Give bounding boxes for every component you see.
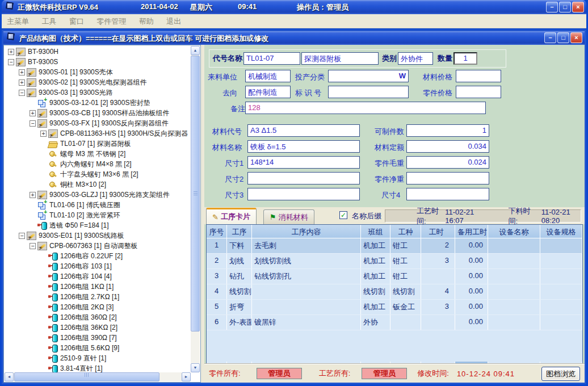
part-owner-field[interactable]: 管理员 [257,368,302,379]
mat-price-field[interactable] [456,70,501,82]
tree-item[interactable]: −9300S-E01 [1] 9300S线路板 [5,230,191,241]
tree-item[interactable]: −9300S-03 [1] 9300S光路 [5,87,191,98]
tree-item[interactable]: TL01-06 [1] 傅氏镜压圈 [5,200,191,210]
close-button[interactable]: × [572,2,584,12]
mat-quota-field[interactable]: 0.034 [406,140,489,153]
mat-code-field[interactable]: A3 Δ1.5 [247,124,360,137]
table-row[interactable]: 6外-表面镀黑锌外协0.00 [207,315,582,330]
table-row[interactable]: 4线切割线切割线切割40.00 [207,284,582,300]
category-field[interactable]: 外协件 [398,52,433,65]
horizontal-scroll-thumb[interactable] [14,372,159,381]
tree-item[interactable]: −CPB-0607363 [1] 自动调整板 [5,241,191,251]
dim3-field[interactable] [247,188,360,200]
part-code-field[interactable]: TL01-07 [243,52,300,65]
tree-item[interactable]: 3.81-4直针 [1] [5,363,191,372]
tree-horizontal-scrollbar[interactable]: ◄ ► [5,372,191,381]
part-name-field[interactable]: 探测器附板 [301,52,379,65]
menu-item-window[interactable]: 窗口 [69,16,84,27]
tree-item[interactable]: 9300S-03-12-01 [2] 9300S密封垫 [5,98,191,108]
menu-item-tools[interactable]: 工具 [41,16,56,27]
mat-name-field[interactable]: 铁板 δ=1.5 [247,140,360,153]
tree-item[interactable]: 内六角螺钉 M4×8 黑 [2] [5,159,191,169]
tree-expander-plus-icon[interactable]: + [30,110,36,116]
tree-item[interactable]: 十字盘头螺钉 M3×6 黑 [2] [5,169,191,179]
net-weight-field[interactable] [406,172,489,184]
tree-item[interactable]: 铜柱 M3×10 [2] [5,179,191,190]
menu-item-help[interactable]: 帮助 [139,16,154,27]
tree-item[interactable]: 螺母 M3 黑 不锈钢 [2] [5,149,191,159]
tree-item[interactable]: +BT-9300H [5,47,191,57]
menu-item-part-mgmt[interactable]: 零件管理 [96,16,126,27]
vertical-scroll-thumb[interactable] [191,56,200,332]
maximize-button[interactable]: □ [559,2,571,12]
prod-class-field[interactable]: W [328,70,409,82]
child-maximize-button[interactable]: □ [557,32,569,43]
tree-expander-minus-icon[interactable]: − [19,233,25,239]
tree-expander-minus-icon[interactable]: − [8,59,14,65]
tree-item[interactable]: −BT-9300S [5,57,191,67]
dim4-field[interactable] [406,188,489,200]
note-field[interactable]: 128 [245,102,486,114]
menu-item-exit[interactable]: 退出 [166,16,181,27]
table-row[interactable]: 5折弯机加工钣金工30.00 [207,300,582,315]
tree-item[interactable]: 2510-9 直针 [1] [5,353,191,363]
craft-owner-field[interactable]: 管理员 [362,368,407,379]
tree-item[interactable]: 1206电阻 390Ω [7] [5,333,191,343]
tree-item[interactable]: +9300S-03-CB [1] 9300S样品池抽板组件 [5,108,191,118]
scroll-up-arrow[interactable]: ▲ [191,46,200,55]
minimize-button[interactable]: – [546,2,558,12]
tag-field[interactable] [328,86,409,98]
table-row[interactable]: 2划线划线切割线机加工钳工30.00 [207,254,582,269]
table-cell [252,284,361,299]
gross-weight-field[interactable]: 0.024 [406,156,489,169]
tree-item[interactable]: 1206电阻 5.6KΩ [9] [5,343,191,353]
tree-expander-slot [40,263,47,270]
tree-expander-plus-icon[interactable]: + [19,79,25,86]
dim2-field[interactable] [247,172,360,184]
scroll-down-arrow[interactable]: ▼ [191,363,200,372]
tree-expander-plus-icon[interactable]: + [30,192,36,198]
tree-expander-plus-icon[interactable]: + [40,131,47,137]
per-count-field[interactable]: 1 [406,124,489,137]
tree-expander-minus-icon[interactable]: − [30,120,36,127]
tree-expander-plus-icon[interactable]: + [19,69,25,75]
tree-item[interactable]: +9300S-03-GLZJ [1] 9300S光路支架组件 [5,190,191,200]
tree-item[interactable]: 1206电阻 360Ω [2] [5,312,191,322]
tree-item[interactable]: 1206电阻 36KΩ [2] [5,322,191,333]
scroll-right-arrow[interactable]: ► [182,372,191,381]
tree-item[interactable]: 1206电阻 2KΩ [3] [5,302,191,312]
table-row[interactable]: 3钻孔钻线切割孔机加工钳工0.00 [207,269,582,284]
tree-item[interactable]: 1206电阻 1KΩ [1] [5,282,191,292]
tab-process-card[interactable]: ✎ 工序卡片 [206,208,257,224]
tree-item[interactable]: −9300S-03-FX [1] 9300S反向探测器组件 [5,118,191,128]
table-row[interactable]: 1下料去毛刺机加工钳工20.00 [207,238,582,254]
tree-item[interactable]: 1206电容 103 [1] [5,261,191,271]
child-close-button[interactable]: × [570,32,582,43]
tree-item[interactable]: 1206电容 104 [4] [5,271,191,282]
tab-consume-material[interactable]: ⚑ 消耗材料 [263,209,314,224]
tree-item[interactable]: 1206电容 0.22UF [2] [5,251,191,261]
tree-item[interactable]: +9300S-01 [1] 9300S壳体 [5,67,191,77]
table-cell: 0.00 [455,300,488,314]
tree-item[interactable]: 1206电阻 2.7KΩ [1] [5,292,191,302]
menu-item-main[interactable]: 主菜单 [7,16,29,27]
dim1-field[interactable]: 148*14 [247,156,360,169]
tree-item[interactable]: TL01-07 [1] 探测器附板 [5,139,191,149]
tree-item[interactable]: TL01-10 [2] 激光管紧环 [5,210,191,220]
tree-expander-minus-icon[interactable]: − [19,90,25,96]
tree-item[interactable]: 透镜 Φ50 F=184 [1] [5,220,191,230]
tree-item[interactable]: +CPB-0811363-H/S [1] 9300H/S反向探测器 [5,128,191,139]
tree-item[interactable]: +9300S-02 [1] 9300S光电探测器组件 [5,77,191,87]
child-minimize-button[interactable]: – [544,32,556,43]
scroll-left-arrow[interactable]: ◄ [5,372,14,381]
part-price-field[interactable] [456,86,501,98]
dest-field[interactable]: 配件制造 [245,86,291,98]
tree-vertical-scrollbar[interactable]: ▲ ▼ [191,46,200,372]
drawing-browse-button[interactable]: 图档浏览 [541,367,580,381]
source-field[interactable]: 机械制造 [245,70,291,82]
tree-expander-plus-icon[interactable]: + [8,49,14,55]
name-suffix-checkbox[interactable]: ✓ [339,211,347,219]
qty-field[interactable]: 1 [453,52,477,65]
tree-expander-minus-icon[interactable]: − [30,243,36,249]
tree-item-label: CPB-0607363 [1] 自动调整板 [49,241,137,251]
